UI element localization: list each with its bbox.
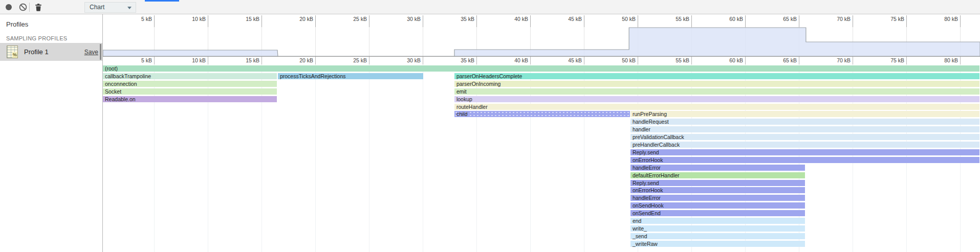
ruler2-tick-line (906, 56, 907, 64)
flame-gridline (315, 64, 316, 252)
ruler2-tick-label: 5 kB (112, 57, 152, 64)
ruler2-tick-label: 65 kB (757, 57, 797, 64)
overview-bottom-border (103, 56, 980, 57)
flame-frame-handlerequest[interactable]: handleRequest (630, 119, 979, 125)
delete-profile-button[interactable] (33, 2, 44, 13)
ruler2-tick-label: 70 kB (811, 57, 851, 64)
flame-frame-emit[interactable]: emit (454, 88, 979, 95)
flame-gridline (369, 64, 369, 252)
sidebar: Profiles SAMPLING PROFILES % Profile 1 S… (0, 14, 103, 252)
flame-frame-prehandlercallback[interactable]: preHandlerCallback (630, 142, 979, 148)
flame-frame-processticksandrejections[interactable]: processTicksAndRejections (278, 73, 423, 79)
ruler2-tick-line (208, 56, 208, 64)
ruler2-tick-line (638, 56, 638, 64)
ruler2-tick-label: 80 kB (918, 57, 958, 64)
flame-frame-parseronheaderscomplete[interactable]: parserOnHeadersComplete (454, 73, 979, 79)
profile-name: Profile 1 (24, 48, 49, 56)
trash-icon (34, 3, 43, 12)
ruler2-tick-line (960, 56, 961, 64)
ruler2-tick-label: 75 kB (864, 57, 904, 64)
flame-frame-handler[interactable]: handler (630, 126, 979, 132)
block-icon (18, 3, 28, 12)
flame-frame-onconnection[interactable]: onconnection (103, 81, 277, 87)
flame-frame-root[interactable]: (root) (103, 65, 979, 72)
flame-frame-child[interactable]: child (454, 111, 630, 117)
save-link[interactable]: Save (84, 49, 98, 56)
overview-range-selector[interactable] (103, 14, 980, 56)
flame-frame-write[interactable]: write_ (630, 225, 805, 232)
sidebar-item-profile-1[interactable]: % Profile 1 Save (0, 43, 102, 61)
flame-frame-runpreparsing[interactable]: runPreParsing (630, 111, 979, 117)
ruler2-tick-line (423, 56, 423, 64)
flame-frame-defaulterrorhandler[interactable]: defaultErrorHandler (630, 172, 805, 178)
profiler-window: 5 kB5 kB10 kB10 kB15 kB15 kB20 kB20 kB25… (0, 0, 980, 252)
chevron-down-icon (127, 7, 132, 9)
flame-frame-onerrorhook[interactable]: onErrorHook (630, 187, 805, 193)
ruler2-tick-label: 50 kB (596, 57, 636, 64)
ruler2-tick-label: 45 kB (542, 57, 582, 64)
ruler2-tick-label: 30 kB (381, 57, 421, 64)
ruler2-tick-label: 20 kB (273, 57, 313, 64)
ruler2-tick-line (154, 56, 155, 64)
ruler2-tick-label: 55 kB (649, 57, 689, 64)
ruler2-tick-line (476, 56, 477, 64)
heap-profile-icon: % (7, 45, 18, 58)
record-icon (4, 3, 13, 12)
flame-frame-callbacktrampoline[interactable]: callbackTrampoline (103, 73, 277, 79)
ruler2-tick-label: 10 kB (166, 57, 206, 64)
flame-frame-reply-send[interactable]: Reply.send (630, 180, 805, 186)
flame-gridline (423, 64, 423, 252)
clear-button[interactable] (17, 2, 29, 13)
ruler2-tick-line (262, 56, 262, 64)
flame-frame-handleerror[interactable]: handleError (630, 165, 805, 171)
flame-frame-prevalidationcallback[interactable]: preValidationCallback (630, 134, 979, 140)
flame-frame-send[interactable]: _send (630, 233, 805, 239)
chart-view-select[interactable]: Chart (84, 2, 136, 13)
ruler2-tick-line (853, 56, 853, 64)
flame-frame-readable-on[interactable]: Readable.on (103, 96, 277, 102)
ruler2-tick-line (315, 56, 316, 64)
toolbar: Chart (0, 0, 980, 14)
ruler2-tick-line (369, 56, 369, 64)
flame-frame-onsendhook[interactable]: onSendHook (630, 202, 805, 209)
flame-frame-handleerror[interactable]: handleError (630, 195, 805, 201)
profiles-heading: Profiles (6, 20, 28, 28)
flame-frame-socket[interactable]: Socket (103, 88, 277, 95)
flame-frame-reply-send[interactable]: Reply.send (630, 149, 979, 155)
record-button[interactable] (3, 2, 14, 13)
flame-frame-routehandler[interactable]: routeHandler (454, 104, 979, 110)
ruler2-tick-line (745, 56, 746, 64)
flame-frame-writeraw[interactable]: _writeRaw (630, 241, 805, 247)
flame-frame-onsendend[interactable]: onSendEnd (630, 210, 805, 216)
toolbar-separator (29, 3, 30, 12)
ruler2-tick-label: 15 kB (220, 57, 259, 64)
flame-frame-onerrorhook[interactable]: onErrorHook (630, 157, 979, 163)
ruler2-tick-line (691, 56, 692, 64)
ruler2-tick-label: 60 kB (703, 57, 743, 64)
ruler2-tick-label: 40 kB (488, 57, 528, 64)
flame-chart-pane: 5 kB5 kB10 kB10 kB15 kB15 kB20 kB20 kB25… (0, 0, 980, 252)
ruler2-tick-line (530, 56, 531, 64)
ruler2-tick-label: 25 kB (327, 57, 367, 64)
flame-frame-lookup[interactable]: lookup (454, 96, 979, 102)
flame-frame-end[interactable]: end (630, 218, 805, 224)
ruler2-tick-line (584, 56, 584, 64)
vertical-scrollbar-thumb[interactable] (100, 44, 101, 60)
ruler2-tick-label: 35 kB (434, 57, 474, 64)
flame-frame-parseronincoming[interactable]: parserOnIncoming (454, 81, 979, 87)
sampling-profiles-section-label: SAMPLING PROFILES (6, 35, 67, 41)
ruler2-tick-line (799, 56, 799, 64)
chart-view-select-value: Chart (90, 4, 104, 11)
active-tab-indicator (145, 0, 179, 2)
percent-glyph: % (12, 52, 17, 58)
